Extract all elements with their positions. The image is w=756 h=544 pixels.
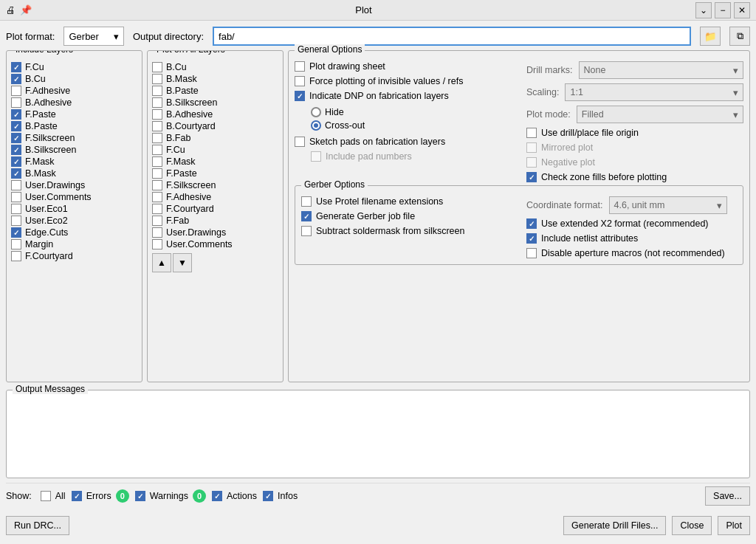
plot-all-layer-checkbox-6[interactable] bbox=[152, 133, 162, 143]
all-checkbox[interactable] bbox=[41, 491, 51, 501]
plot-all-layer-checkbox-9[interactable] bbox=[152, 168, 162, 179]
include-layer-checkbox-6[interactable] bbox=[11, 133, 21, 143]
include-layer-checkbox-1[interactable] bbox=[11, 74, 21, 84]
list-item: User.Eco2 bbox=[11, 215, 137, 227]
list-item: B.Cu bbox=[152, 61, 278, 73]
plot-all-layer-checkbox-3[interactable] bbox=[152, 97, 162, 108]
list-item: F.Cu bbox=[11, 61, 137, 73]
plot-all-layer-label: F.Fab bbox=[166, 216, 189, 226]
plot-all-layer-checkbox-4[interactable] bbox=[152, 109, 162, 120]
chevron-down-button[interactable]: ⌄ bbox=[695, 2, 712, 18]
hide-radio[interactable] bbox=[311, 107, 321, 117]
list-item: B.Adhesive bbox=[11, 97, 137, 109]
include-layer-checkbox-0[interactable] bbox=[11, 62, 21, 72]
include-layer-label: B.Cu bbox=[25, 74, 46, 84]
title-bar: 🖨 📌 Plot ⌄ − ✕ bbox=[0, 0, 756, 21]
plot-all-layer-checkbox-1[interactable] bbox=[152, 74, 162, 84]
actions-checkbox[interactable] bbox=[212, 491, 222, 501]
plot-mode-dropdown[interactable]: Filled ▾ bbox=[577, 106, 743, 123]
drill-marks-dropdown[interactable]: None ▾ bbox=[579, 61, 744, 79]
include-layer-label: Edge.Cuts bbox=[25, 227, 68, 238]
minimize-button[interactable]: − bbox=[715, 2, 731, 18]
gerber-job-checkbox[interactable] bbox=[301, 211, 312, 221]
include-layer-checkbox-13[interactable] bbox=[11, 216, 21, 226]
indicate-dnp-checkbox[interactable] bbox=[295, 91, 305, 101]
protel-filename-checkbox[interactable] bbox=[301, 196, 312, 207]
errors-checkbox[interactable] bbox=[72, 491, 82, 501]
drill-place-checkbox[interactable] bbox=[526, 128, 537, 138]
save-button[interactable]: Save... bbox=[705, 486, 750, 506]
plot-all-layer-checkbox-11[interactable] bbox=[152, 192, 162, 202]
gerber-job-label: Generate Gerber job file bbox=[316, 211, 415, 221]
run-drc-button[interactable]: Run DRC... bbox=[6, 516, 69, 535]
include-layer-checkbox-3[interactable] bbox=[11, 97, 21, 108]
include-netlist-checkbox[interactable] bbox=[526, 233, 537, 244]
include-pad-numbers-checkbox[interactable] bbox=[311, 151, 321, 162]
scaling-value: 1:1 bbox=[570, 87, 583, 97]
plot-all-layer-label: B.Paste bbox=[166, 86, 199, 96]
plot-all-layer-checkbox-0[interactable] bbox=[152, 62, 162, 72]
scroll-down-button[interactable]: ▼ bbox=[173, 253, 192, 272]
include-layer-checkbox-11[interactable] bbox=[11, 192, 21, 202]
include-layer-checkbox-15[interactable] bbox=[11, 239, 21, 249]
sketch-pads-label: Sketch pads on fabrication layers bbox=[309, 137, 445, 147]
include-layer-checkbox-5[interactable] bbox=[11, 121, 21, 131]
include-netlist-label: Include netlist attributes bbox=[541, 233, 638, 244]
extended-x2-checkbox[interactable] bbox=[526, 218, 537, 229]
mirrored-plot-checkbox[interactable] bbox=[526, 142, 537, 153]
include-layer-checkbox-4[interactable] bbox=[11, 109, 21, 120]
force-plotting-checkbox[interactable] bbox=[295, 76, 305, 86]
force-plotting-row: Force plotting of invisible values / ref… bbox=[295, 76, 512, 86]
negative-plot-checkbox[interactable] bbox=[526, 157, 537, 168]
list-item: B.Mask bbox=[11, 168, 137, 179]
include-layer-checkbox-2[interactable] bbox=[11, 86, 21, 96]
include-layer-label: B.Adhesive bbox=[25, 97, 72, 108]
close-button[interactable]: Close bbox=[672, 516, 712, 535]
plot-all-layer-checkbox-15[interactable] bbox=[152, 239, 162, 249]
plot-all-layer-checkbox-5[interactable] bbox=[152, 121, 162, 131]
list-item: F.Mask bbox=[11, 156, 137, 168]
plot-all-layer-checkbox-14[interactable] bbox=[152, 227, 162, 238]
subtract-soldermask-label: Subtract soldermask from silkscreen bbox=[316, 226, 464, 236]
plot-all-layer-checkbox-7[interactable] bbox=[152, 145, 162, 155]
cross-out-radio[interactable] bbox=[311, 120, 321, 131]
plot-all-layer-checkbox-8[interactable] bbox=[152, 156, 162, 167]
warnings-checkbox[interactable] bbox=[135, 491, 145, 501]
scaling-dropdown[interactable]: 1:1 ▾ bbox=[565, 83, 743, 101]
output-directory-input[interactable] bbox=[213, 27, 691, 46]
coord-format-dropdown[interactable]: 4.6, unit mm ▾ bbox=[609, 196, 727, 214]
format-value: Gerber bbox=[69, 31, 98, 42]
plot-drawing-sheet-checkbox[interactable] bbox=[295, 61, 305, 72]
plot-all-layer-checkbox-13[interactable] bbox=[152, 216, 162, 226]
include-layers-panel: Include Layers F.CuB.CuF.AdhesiveB.Adhes… bbox=[6, 50, 142, 382]
open-directory-button[interactable]: ⧉ bbox=[729, 27, 750, 46]
check-zone-fills-checkbox[interactable] bbox=[526, 172, 537, 182]
include-layer-checkbox-7[interactable] bbox=[11, 145, 21, 155]
include-layer-checkbox-16[interactable] bbox=[11, 251, 21, 261]
negative-plot-label: Negative plot bbox=[541, 157, 595, 168]
browse-directory-button[interactable]: 📁 bbox=[700, 27, 721, 46]
plot-button[interactable]: Plot bbox=[718, 516, 750, 535]
plot-all-layer-label: B.Mask bbox=[166, 74, 197, 84]
include-layer-checkbox-14[interactable] bbox=[11, 227, 21, 238]
include-layer-checkbox-10[interactable] bbox=[11, 180, 21, 190]
disable-aperture-checkbox[interactable] bbox=[526, 248, 537, 258]
generate-drill-button[interactable]: Generate Drill Files... bbox=[563, 516, 666, 535]
list-item: B.Mask bbox=[152, 73, 278, 85]
format-select[interactable]: Gerber ▾ bbox=[63, 27, 123, 46]
close-button[interactable]: ✕ bbox=[734, 2, 750, 18]
subtract-soldermask-checkbox[interactable] bbox=[301, 226, 312, 236]
include-layer-checkbox-8[interactable] bbox=[11, 156, 21, 167]
scroll-up-button[interactable]: ▲ bbox=[152, 253, 171, 272]
infos-checkbox[interactable] bbox=[263, 491, 273, 501]
include-layer-checkbox-12[interactable] bbox=[11, 204, 21, 214]
include-layer-checkbox-9[interactable] bbox=[11, 168, 21, 179]
gerber-options-panel: Gerber Options Use Protel filename exten… bbox=[295, 185, 743, 265]
sketch-pads-checkbox[interactable] bbox=[295, 137, 305, 147]
gerber-options-right: Coordinate format: 4.6, unit mm ▾ Use ex… bbox=[526, 196, 737, 258]
include-layer-label: User.Eco1 bbox=[25, 204, 68, 214]
plot-all-layer-checkbox-12[interactable] bbox=[152, 204, 162, 214]
plot-all-layer-checkbox-2[interactable] bbox=[152, 86, 162, 96]
list-item: User.Comments bbox=[152, 238, 278, 250]
plot-all-layer-checkbox-10[interactable] bbox=[152, 180, 162, 190]
